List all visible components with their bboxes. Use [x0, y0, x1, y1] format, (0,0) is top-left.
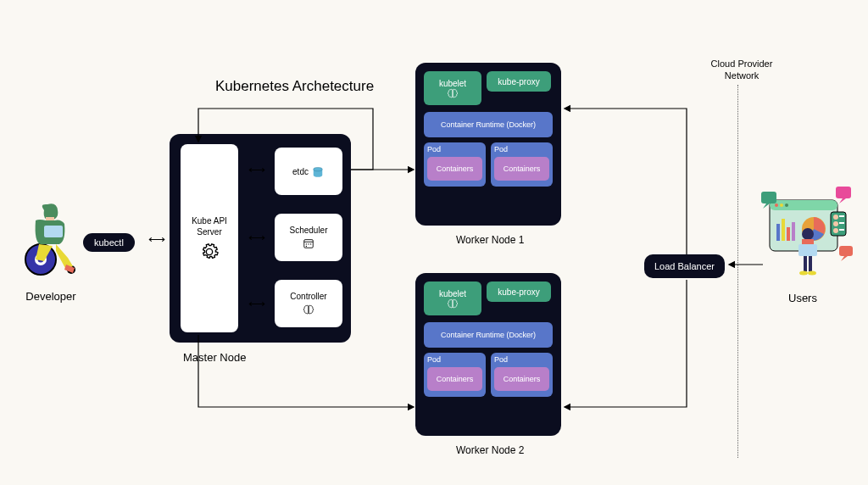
gear-icon [200, 242, 219, 261]
svg-rect-20 [782, 219, 785, 241]
biarrow-icon: ⟷ [248, 297, 264, 310]
scheduler-label: Scheduler [289, 226, 327, 235]
biarrow-icon: ⟷ [248, 231, 264, 244]
brain-icon [302, 304, 315, 315]
worker-node-2: kubelet kube-proxy Container Runtime (Do… [415, 273, 561, 436]
svg-point-27 [833, 221, 838, 226]
kube-proxy-box: kube-proxy [487, 282, 551, 302]
container-runtime-box: Container Runtime (Docker) [424, 112, 553, 137]
svg-rect-5 [44, 226, 63, 237]
controller-label: Controller [290, 292, 326, 301]
svg-rect-28 [839, 222, 844, 224]
svg-rect-22 [792, 222, 795, 241]
diagram-title: Kubernetes Archetecture [215, 78, 374, 95]
svg-point-25 [833, 215, 838, 220]
svg-rect-32 [836, 187, 851, 198]
worker-node-1: kubelet kube-proxy Container Runtime (Do… [415, 63, 561, 226]
svg-rect-30 [839, 229, 844, 231]
master-node-label: Master Node [183, 351, 246, 364]
users-illustration [761, 185, 854, 278]
kubelet-box: kubelet [424, 71, 481, 105]
calendar-icon [302, 237, 315, 249]
pod-box: Pod Containers [491, 142, 553, 187]
svg-point-13 [306, 246, 307, 247]
load-balancer-box: Load Balancer [644, 254, 725, 278]
svg-rect-33 [839, 246, 853, 256]
developer-illustration [19, 200, 85, 276]
biarrow-icon: ⟷ [248, 163, 264, 176]
brain-icon [447, 88, 459, 98]
svg-point-11 [308, 243, 309, 244]
kubectl-pill: kubectl [83, 233, 135, 252]
database-icon [311, 167, 325, 179]
api-server-box: Kube API Server [181, 144, 238, 332]
developer-label: Developer [17, 290, 85, 303]
svg-rect-19 [776, 224, 780, 241]
kubelet-box: kubelet [424, 282, 481, 315]
svg-point-39 [799, 271, 808, 276]
etcd-box: etdc [275, 148, 342, 195]
container-runtime-box: Container Runtime (Docker) [424, 322, 553, 348]
svg-point-10 [306, 243, 307, 244]
containers-box: Containers [427, 367, 482, 391]
worker-2-label: Worker Node 2 [456, 444, 524, 456]
containers-box: Containers [494, 157, 549, 181]
cloud-network-label: Cloud Provider Network [695, 58, 788, 82]
svg-point-18 [785, 203, 788, 207]
svg-rect-36 [798, 244, 817, 256]
svg-rect-31 [761, 192, 776, 203]
svg-point-34 [802, 228, 814, 240]
api-server-label: Kube API Server [181, 215, 238, 237]
pod-box: Pod Containers [424, 353, 486, 397]
pod-box: Pod Containers [424, 142, 486, 187]
containers-box: Containers [427, 157, 482, 181]
containers-box: Containers [494, 367, 549, 391]
svg-rect-38 [809, 256, 812, 271]
svg-point-17 [780, 203, 783, 207]
svg-point-12 [310, 243, 311, 244]
worker-1-label: Worker Node 1 [456, 234, 524, 246]
kube-proxy-box: kube-proxy [487, 71, 551, 92]
users-label: Users [788, 292, 817, 304]
cloud-network-line [737, 85, 738, 458]
svg-rect-21 [787, 227, 790, 241]
svg-point-29 [833, 228, 838, 233]
svg-rect-37 [804, 256, 807, 271]
svg-rect-26 [839, 215, 844, 217]
svg-point-16 [775, 203, 778, 207]
scheduler-box: Scheduler [275, 214, 342, 261]
pod-box: Pod Containers [491, 353, 553, 397]
biarrow-icon: ⟷ [148, 232, 164, 246]
brain-icon [447, 298, 459, 309]
svg-point-40 [808, 271, 816, 276]
etcd-label: etdc [292, 167, 309, 176]
controller-box: Controller [275, 280, 342, 327]
